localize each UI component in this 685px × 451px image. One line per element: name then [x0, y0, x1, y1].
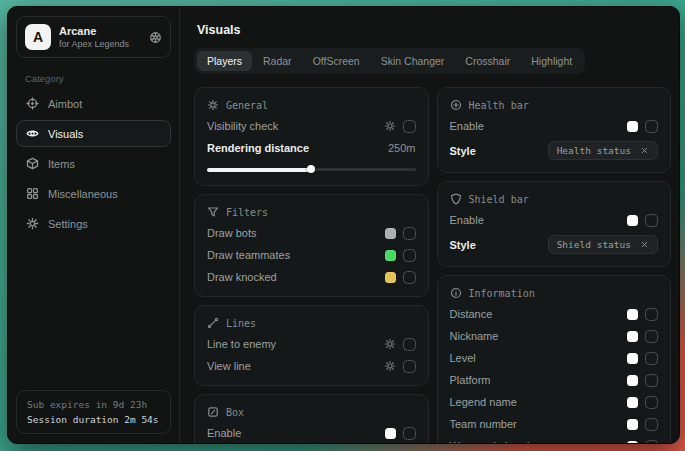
team-number-color-swatch[interactable]	[627, 419, 638, 430]
setting-label: Style	[450, 239, 476, 251]
weapon-in-hands-checkbox[interactable]	[645, 440, 658, 444]
platform-checkbox[interactable]	[645, 374, 658, 387]
enable-color-swatch[interactable]	[385, 428, 396, 439]
row-controls	[384, 360, 416, 373]
enable-checkbox[interactable]	[645, 214, 658, 227]
draw-knocked-color-swatch[interactable]	[385, 272, 396, 283]
tab-radar[interactable]: Radar	[253, 51, 302, 71]
distance-color-swatch[interactable]	[627, 309, 638, 320]
tab-players[interactable]: Players	[197, 51, 252, 71]
settings-gear-icon[interactable]	[384, 120, 396, 132]
view-line-checkbox[interactable]	[403, 360, 416, 373]
package-icon	[26, 157, 39, 170]
row-controls: Shield status	[548, 235, 658, 254]
aperture-icon[interactable]	[149, 31, 162, 44]
funnel-icon	[207, 206, 219, 218]
draw-teammates-checkbox[interactable]	[403, 249, 416, 262]
card-health-bar: Health barEnableStyleHealth status	[437, 87, 672, 173]
team-number-checkbox[interactable]	[645, 418, 658, 431]
card-lines: LinesLine to enemyView line	[194, 305, 429, 386]
platform-color-swatch[interactable]	[627, 375, 638, 386]
tab-crosshair[interactable]: Crosshair	[455, 51, 520, 71]
legend-name-checkbox[interactable]	[645, 396, 658, 409]
tab-skin-changer[interactable]: Skin Changer	[371, 51, 455, 71]
sidebar-item-settings[interactable]: Settings	[16, 210, 171, 237]
tab-offscreen[interactable]: OffScreen	[303, 51, 370, 71]
setting-row: Draw bots	[207, 226, 416, 240]
card-header: Health bar	[450, 99, 659, 111]
card-title: Lines	[226, 318, 256, 329]
setting-row: Enable	[450, 213, 659, 227]
slider-thumb[interactable]	[307, 165, 315, 173]
row-controls	[627, 374, 658, 387]
row-controls	[627, 120, 658, 133]
sidebar-item-items[interactable]: Items	[16, 150, 171, 177]
enable-color-swatch[interactable]	[627, 121, 638, 132]
level-checkbox[interactable]	[645, 352, 658, 365]
setting-row: View line	[207, 359, 416, 373]
setting-label: Style	[450, 145, 476, 157]
sidebar-item-label: Aimbot	[48, 98, 82, 110]
sidebar-item-label: Items	[48, 158, 75, 170]
grid-icon	[26, 187, 39, 200]
settings-gear-icon[interactable]	[384, 360, 396, 372]
shield-icon	[450, 193, 462, 205]
setting-label: Legend name	[450, 396, 517, 408]
card-header: Box	[207, 406, 416, 418]
setting-row: Enable	[207, 426, 416, 440]
setting-label: Draw bots	[207, 227, 257, 239]
setting-row: Weapon in hands	[450, 439, 659, 443]
setting-label: Visibility check	[207, 120, 278, 132]
shield-status-select[interactable]: Shield status	[548, 235, 658, 254]
enable-color-swatch[interactable]	[627, 215, 638, 226]
sidebar-item-miscellaneous[interactable]: Miscellaneous	[16, 180, 171, 207]
sidebar-item-aimbot[interactable]: Aimbot	[16, 90, 171, 117]
row-controls	[627, 214, 658, 227]
draw-bots-checkbox[interactable]	[403, 227, 416, 240]
sidebar-item-visuals[interactable]: Visuals	[16, 120, 171, 147]
weapon-in-hands-color-swatch[interactable]	[627, 441, 638, 444]
draw-bots-color-swatch[interactable]	[385, 228, 396, 239]
enable-checkbox[interactable]	[403, 427, 416, 440]
settings-column-2: Health barEnableStyleHealth statusShield…	[437, 87, 672, 443]
nickname-color-swatch[interactable]	[627, 331, 638, 342]
card-header: Information	[450, 287, 659, 299]
main-panel: Visuals PlayersRadarOffScreenSkin Change…	[180, 7, 679, 443]
line-icon	[207, 317, 219, 329]
row-controls: Health status	[548, 141, 658, 160]
sub-expiry-text: Sub expires in 9d 23h	[27, 399, 160, 410]
legend-name-color-swatch[interactable]	[627, 397, 638, 408]
close-icon[interactable]	[640, 146, 649, 155]
card-header: General	[207, 99, 416, 111]
app-window: A Arcane for Apex Legends Category Aimbo…	[7, 6, 680, 444]
line-to-enemy-checkbox[interactable]	[403, 338, 416, 351]
row-controls	[627, 440, 658, 444]
setting-row: Distance	[450, 307, 659, 321]
setting-row: Platform	[450, 373, 659, 387]
row-controls	[385, 227, 416, 240]
draw-knocked-checkbox[interactable]	[403, 271, 416, 284]
sidebar-item-label: Visuals	[48, 128, 83, 140]
level-color-swatch[interactable]	[627, 353, 638, 364]
card-title: Information	[469, 288, 535, 299]
nickname-checkbox[interactable]	[645, 330, 658, 343]
tab-highlight[interactable]: Highlight	[521, 51, 582, 71]
setting-label: Enable	[450, 120, 484, 132]
draw-teammates-color-swatch[interactable]	[385, 250, 396, 261]
setting-row: Legend name	[450, 395, 659, 409]
distance-checkbox[interactable]	[645, 308, 658, 321]
row-controls	[385, 249, 416, 262]
close-icon[interactable]	[640, 240, 649, 249]
app-logo: A	[25, 24, 51, 50]
card-header: Lines	[207, 317, 416, 329]
health-status-select[interactable]: Health status	[548, 141, 658, 160]
card-box: BoxEnableEnable background	[194, 394, 429, 443]
card-title: Shield bar	[469, 194, 529, 205]
rendering-distance-slider[interactable]	[207, 165, 416, 173]
settings-gear-icon[interactable]	[384, 338, 396, 350]
setting-row: Nickname	[450, 329, 659, 343]
card-filters: FiltersDraw botsDraw teammatesDraw knock…	[194, 194, 429, 297]
visibility-check-checkbox[interactable]	[403, 120, 416, 133]
card-information: InformationDistanceNicknameLevelPlatform…	[437, 275, 672, 443]
enable-checkbox[interactable]	[645, 120, 658, 133]
